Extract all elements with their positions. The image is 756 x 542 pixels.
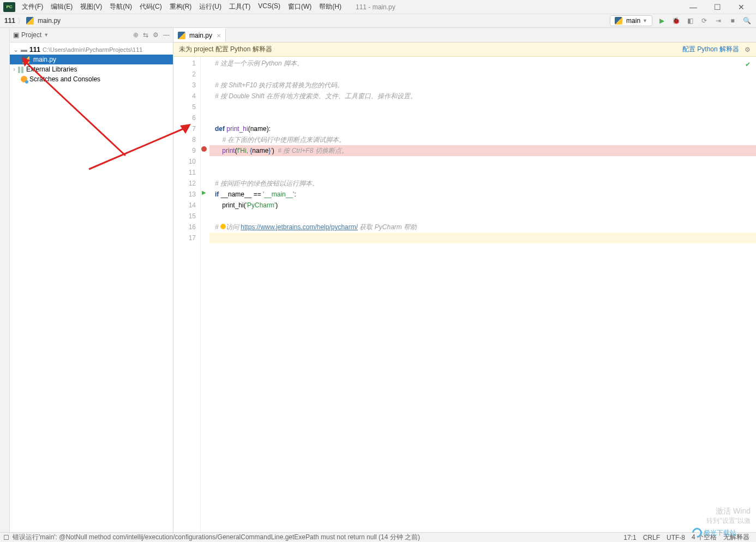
site-logo-icon <box>690 526 704 539</box>
chevron-down-icon[interactable]: ▼ <box>44 32 49 38</box>
coverage-button[interactable]: ◧ <box>685 16 695 26</box>
menu-help[interactable]: 帮助(H) <box>316 1 345 13</box>
code-line <box>215 69 756 80</box>
watermark-line2: 转到"设置"以激 <box>706 516 751 526</box>
statusbar-box-icon[interactable]: ☐ <box>3 534 9 541</box>
site-watermark-text: 极光下载站 <box>704 528 736 538</box>
expand-icon[interactable]: ⇆ <box>143 31 148 39</box>
line-number-gutter[interactable]: 1234 5678 9101112 13141516 17 <box>173 57 201 532</box>
code-line: if __name__ == '__main__': <box>215 189 756 200</box>
hide-icon[interactable]: — <box>163 31 170 39</box>
warning-text: 未为 project 配置 Python 解释器 <box>179 45 272 54</box>
python-file-icon <box>26 17 34 25</box>
tree-root-path: C:\Users\admin\PycharmProjects\111 <box>43 46 142 53</box>
code-line-current <box>209 233 756 243</box>
tree-extlib-label: External Libraries <box>26 65 77 73</box>
run-button[interactable]: ▶ <box>657 16 667 26</box>
menu-refactor[interactable]: 重构(R) <box>166 1 195 13</box>
python-icon <box>615 17 622 25</box>
code-line <box>215 102 756 112</box>
code-line <box>215 167 756 178</box>
chevron-down-icon: ▼ <box>643 18 647 23</box>
code-line: # 在下面的代码行中使用断点来调试脚本。 <box>215 136 345 144</box>
sidebar-title[interactable]: Project <box>21 31 41 39</box>
tree-root-name: 111 <box>29 46 40 53</box>
tree-scratches[interactable]: Scratches and Consoles <box>10 74 173 84</box>
python-file-icon <box>22 56 29 63</box>
breadcrumb-project[interactable]: 111 <box>4 17 15 25</box>
breadcrumb-sep: 〉 <box>17 16 24 26</box>
folder-icon: ▬ <box>21 46 27 53</box>
project-sidebar: ▣ Project ▼ ⊕ ⇆ ⚙ — ⌄ ▬ 111 C:\Users\adm… <box>0 28 173 532</box>
profile-button[interactable]: ⟳ <box>699 16 709 26</box>
tree-root[interactable]: ⌄ ▬ 111 C:\Users\admin\PycharmProjects\1… <box>10 45 173 55</box>
inspection-ok-icon[interactable]: ✔ <box>745 59 751 70</box>
editor-tab-main[interactable]: main.py ✕ <box>173 28 226 42</box>
window-controls: — ☐ ✕ <box>685 3 756 11</box>
target-icon[interactable]: ⊕ <box>133 31 139 39</box>
help-url-link[interactable]: https://www.jetbrains.com/help/pycharm/ <box>241 223 358 231</box>
minimize-button[interactable]: — <box>685 3 701 11</box>
code-line <box>215 156 756 167</box>
scratches-icon <box>21 76 27 82</box>
navbar: 111 〉 main.py main ▼ ▶ 🐞 ◧ ⟳ ⇥ ■ 🔍 <box>0 14 756 28</box>
statusbar-error[interactable]: 错误运行'main': @NotNull method com/intellij… <box>13 533 420 542</box>
menu-tools[interactable]: 工具(T) <box>226 1 254 13</box>
menu-run[interactable]: 运行(U) <box>196 1 225 13</box>
stop-button[interactable]: ■ <box>728 16 737 26</box>
windows-activation-watermark: 激活 Wind 转到"设置"以激 <box>706 507 751 526</box>
close-tab-icon[interactable]: ✕ <box>217 33 221 39</box>
code-content[interactable]: ✔ # 这是一个示例 Python 脚本。 # 按 Shift+F10 执行或将… <box>209 57 756 532</box>
site-watermark: 极光下载站 <box>692 528 736 538</box>
menu-navigate[interactable]: 导航(N) <box>106 1 135 13</box>
python-file-icon <box>178 32 185 39</box>
project-tree: ⌄ ▬ 111 C:\Users\admin\PycharmProjects\1… <box>10 43 173 86</box>
project-tool-icon: ▣ <box>13 31 19 39</box>
menu-view[interactable]: 视图(V) <box>77 1 105 13</box>
titlebar: PC 文件(F) 编辑(E) 视图(V) 导航(N) 代码(C) 重构(R) 运… <box>0 0 756 14</box>
code-line: def print_hi(name): <box>215 123 756 134</box>
editor-tab-bar: main.py ✕ <box>173 28 756 43</box>
code-line: # 按 Shift+F10 执行或将其替换为您的代码。 <box>215 81 344 89</box>
tab-label: main.py <box>189 32 212 39</box>
tree-external-libraries[interactable]: › ‖‖ External Libraries <box>10 64 173 74</box>
attach-button[interactable]: ⇥ <box>713 16 723 26</box>
status-bar: ☐ 错误运行'main': @NotNull method com/intell… <box>0 532 756 542</box>
debug-button[interactable]: 🐞 <box>671 16 681 26</box>
code-line: print_hi('PyCharm') <box>215 200 756 211</box>
menu-code[interactable]: 代码(C) <box>136 1 165 13</box>
run-config-dropdown[interactable]: main ▼ <box>610 15 652 26</box>
main-area: ▣ Project ▼ ⊕ ⇆ ⚙ — ⌄ ▬ 111 C:\Users\adm… <box>0 28 756 532</box>
bulb-icon[interactable] <box>220 224 226 229</box>
code-editor[interactable]: 1234 5678 9101112 13141516 17 ▶ ✔ # 这是一个… <box>173 57 756 532</box>
breadcrumb-file[interactable]: main.py <box>38 17 61 25</box>
tool-window-strip[interactable] <box>0 28 10 532</box>
main-menu: 文件(F) 编辑(E) 视图(V) 导航(N) 代码(C) 重构(R) 运行(U… <box>19 1 345 13</box>
close-button[interactable]: ✕ <box>733 3 749 11</box>
search-button[interactable]: 🔍 <box>742 16 752 26</box>
code-line: # 按 Double Shift 在所有地方搜索类、文件、工具窗口、操作和设置。 <box>215 92 417 100</box>
tree-file-main[interactable]: main.py <box>10 55 173 64</box>
menu-edit[interactable]: 编辑(E) <box>47 1 76 13</box>
tree-scratches-label: Scratches and Consoles <box>29 75 100 83</box>
toolbar-run-buttons: ▶ 🐞 ◧ ⟳ ⇥ ■ 🔍 <box>657 16 752 26</box>
menu-file[interactable]: 文件(F) <box>19 1 46 13</box>
run-gutter-icon[interactable]: ▶ <box>202 189 206 195</box>
code-line: # 这是一个示例 Python 脚本。 <box>215 59 303 67</box>
sidebar-header: ▣ Project ▼ ⊕ ⇆ ⚙ — <box>10 28 173 43</box>
settings-icon[interactable]: ⚙ <box>153 31 159 39</box>
code-line <box>215 112 756 123</box>
maximize-button[interactable]: ☐ <box>709 3 725 11</box>
breakpoint-icon[interactable] <box>201 146 207 152</box>
gutter-marks[interactable]: ▶ <box>201 57 209 532</box>
library-icon: ‖‖ <box>17 65 24 73</box>
menu-window[interactable]: 窗口(W) <box>285 1 315 13</box>
statusbar-separator[interactable]: CRLF <box>643 534 660 541</box>
statusbar-encoding[interactable]: UTF-8 <box>667 534 685 541</box>
statusbar-position[interactable]: 17:1 <box>623 534 636 541</box>
configure-interpreter-link[interactable]: 配置 Python 解释器 <box>682 45 739 54</box>
menu-vcs[interactable]: VCS(S) <box>255 1 284 13</box>
breadcrumb: 111 〉 main.py <box>4 16 61 26</box>
run-config-label: main <box>626 17 640 25</box>
gear-icon[interactable]: ⚙ <box>745 46 751 53</box>
